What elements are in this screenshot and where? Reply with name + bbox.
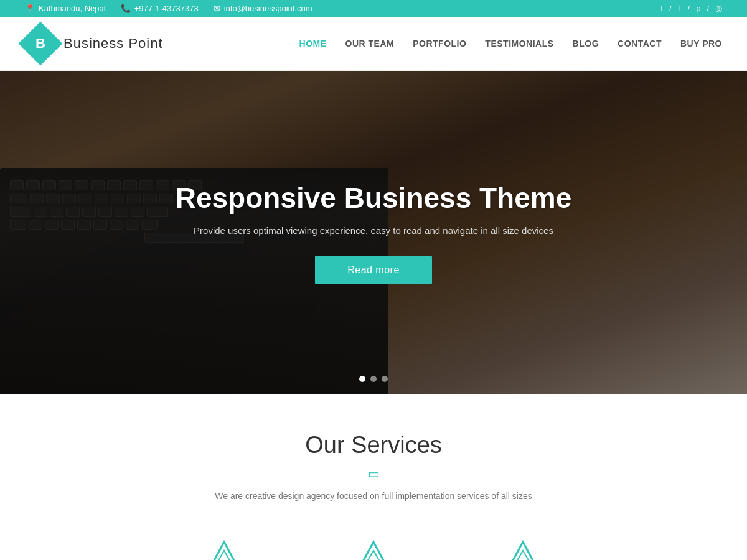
pinterest-link[interactable]: p xyxy=(696,4,700,13)
top-bar: 📍 Kathmandu, Nepal 📞 +977-1-43737373 ✉ i… xyxy=(0,0,747,17)
nav-contact[interactable]: CONTACT xyxy=(618,39,662,49)
divider-line-left xyxy=(311,474,360,474)
services-subtitle: We are creative design agency focused on… xyxy=(25,491,722,501)
nav-buy-pro[interactable]: BUY PRO xyxy=(680,39,722,49)
top-bar-contacts: 📍 Kathmandu, Nepal 📞 +977-1-43737373 ✉ i… xyxy=(25,4,312,13)
hero-cta-button[interactable]: Read more xyxy=(315,256,432,284)
location-icon: 📍 xyxy=(25,4,35,13)
email-text: info@businesspoint.com xyxy=(224,4,312,13)
divider-line-right xyxy=(387,474,437,474)
phone-icon: 📞 xyxy=(121,4,131,13)
email-info: ✉ info@businesspoint.com xyxy=(214,4,312,13)
email-icon: ✉ xyxy=(214,4,220,13)
twitter-link[interactable]: 𝕥 xyxy=(678,4,682,13)
nav-home[interactable]: HOME xyxy=(299,39,327,49)
slider-dots xyxy=(359,376,388,382)
location-info: 📍 Kathmandu, Nepal xyxy=(25,4,106,13)
hero-content: Responsive Business Theme Provide users … xyxy=(156,181,591,284)
logo-text: Business Point xyxy=(63,35,163,52)
nav-blog[interactable]: BLOG xyxy=(573,39,599,49)
nav-portfolio[interactable]: PORTFOLIO xyxy=(413,39,466,49)
service-item-1 xyxy=(168,538,280,560)
service-icon-home xyxy=(205,538,243,560)
service-icon-hand xyxy=(504,538,542,560)
instagram-link[interactable]: ◎ xyxy=(715,4,722,13)
hero-section: Responsive Business Theme Provide users … xyxy=(0,71,747,394)
service-icon-gear xyxy=(355,538,392,560)
monitor-icon: ▭ xyxy=(368,466,380,481)
main-nav: HOME OUR TEAM PORTFOLIO TESTIMONIALS BLO… xyxy=(299,39,722,49)
logo-diamond: B xyxy=(19,22,63,66)
hero-title: Responsive Business Theme xyxy=(156,181,591,215)
hero-subtitle: Provide users optimal viewing experience… xyxy=(156,225,591,236)
service-item-3 xyxy=(467,538,579,560)
nav-our-team[interactable]: OUR TEAM xyxy=(345,39,395,49)
slider-dot-3[interactable] xyxy=(382,376,388,382)
services-section: Our Services ▭ We are creative design ag… xyxy=(0,394,747,560)
logo-letter: B xyxy=(35,35,45,52)
slider-dot-2[interactable] xyxy=(370,376,377,382)
location-text: Kathmandu, Nepal xyxy=(39,4,106,13)
slider-dot-1[interactable] xyxy=(359,376,365,382)
social-links: f / 𝕥 / p / ◎ xyxy=(660,4,722,13)
phone-info: 📞 +977-1-43737373 xyxy=(121,4,199,13)
facebook-link[interactable]: f xyxy=(660,4,663,13)
phone-text: +977-1-43737373 xyxy=(134,4,199,13)
services-title: Our Services xyxy=(25,432,722,459)
nav-testimonials[interactable]: TESTIMONIALS xyxy=(485,39,553,49)
header: B Business Point HOME OUR TEAM PORTFOLIO… xyxy=(0,17,747,71)
services-divider: ▭ xyxy=(25,466,722,481)
logo[interactable]: B Business Point xyxy=(25,28,163,59)
service-item-2 xyxy=(317,538,430,560)
services-grid xyxy=(25,532,722,560)
